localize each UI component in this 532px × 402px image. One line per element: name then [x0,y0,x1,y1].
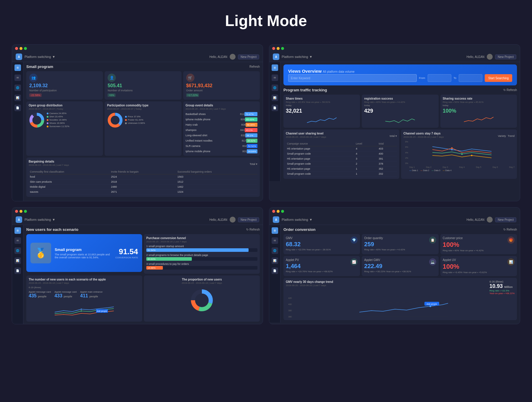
platform-label-3: Platform switching [25,218,51,221]
new-project-btn-3[interactable]: New Project [238,217,259,222]
tl-green-3 [24,210,27,213]
funnel-fill-2: 14.68% [146,266,163,270]
hero-rate: 91.54 CONVERSION RATE [115,247,138,259]
new-project-btn-1[interactable]: New Project [238,54,259,59]
tl-green-4 [281,210,284,213]
gmv-trend-info: GMV nearly 30 days change trend 2019-06-… [286,280,333,288]
cell: 202 [377,171,397,176]
tracking-reg: registration success Ring rate • 40% Yea… [362,95,438,128]
sidebar-home-icon-2[interactable]: ⊞ [272,64,278,71]
sidebar-mail-icon-2[interactable]: ✉ [272,74,278,81]
trend-btn[interactable]: Trend [508,134,515,137]
sparkline-rate [443,115,515,124]
vo-from-input[interactable] [428,74,451,82]
funnel-step-2: 3 small procedures to pay for orders 14.… [146,262,257,270]
stat-badge-order: +17.22% [186,93,199,97]
sidebar-doc-icon-2[interactable]: 📄 [272,105,278,111]
funnel-step-0: 1 small program startup amount 91.54% [146,245,257,252]
order-gmv: 💎 GMV 68.32 Ring rate • +22.5% Year-on-y… [283,234,360,254]
platform-switcher-3[interactable]: Platform switching ▼ [25,218,55,221]
qty-ring: Ring rate • 40% Year-on-year • +4.42% [364,248,436,251]
sidebar-doc-icon-3[interactable]: 📄 [14,268,21,274]
refresh-btn-4[interactable]: ↻ Refresh [503,228,517,231]
vo-to-input[interactable] [459,74,482,82]
new-project-btn-4[interactable]: New Project [495,217,516,222]
sidebar-home-icon-3[interactable]: ⊞ [14,227,21,234]
section-header-4: Order conversion ↻ Refresh [283,227,517,232]
uv-ring: Ring rate • +3.45% Year-on-year • +5.62% [443,271,515,274]
sidebar-chart-icon-2[interactable]: 📊 [272,95,278,101]
cell: 2 [355,161,378,166]
apple-subtitle: 2019-06-15 - 2019-06-16 | Last 7 days [29,282,140,284]
sidebar-doc-icon-4[interactable]: 📄 [272,268,278,274]
sidebar-doc-icon[interactable]: 📄 [14,105,21,111]
svg-point-14 [451,147,453,149]
gmv-trend-value: 10.93 Million [489,283,515,289]
bargaining-card: Bargaining details 2019-06-13 - 2019-06-… [26,158,260,197]
traffic-lights-3 [12,208,263,215]
bargaining-title: Bargaining details [29,160,69,163]
dash-body-1: ⊞ ✉ 🌐 📊 📄 Small program Refresh 👥 2,109.… [12,62,263,201]
variety-btn[interactable]: Variety [498,134,506,137]
topbar-right-3: Hello, ALEAN New Project [210,217,259,223]
logo-icon-4: A [273,216,279,223]
sidebar-globe-icon-4[interactable]: 🌐 [272,247,278,254]
funnel-title: Purchase conversion funnel [146,236,257,240]
sidebar-globe-icon-3[interactable]: 🌐 [14,247,21,254]
bargaining-table: Commodity first classification Invite fr… [29,169,257,194]
platform-switcher-4[interactable]: Platform switching ▼ [282,218,312,221]
chart-title-part: Participation commodity type [107,104,179,107]
pv-title: Applet PV [286,258,358,262]
tl-green-1 [24,47,27,50]
prop-donut-svg [190,288,214,312]
avatar-1 [230,54,236,60]
channel-total-btn[interactable]: total ▾ [390,134,397,137]
stat-label-invitations: Number of invitations [108,89,178,92]
vo-keyword-input[interactable] [288,74,417,82]
sidebar-globe-icon[interactable]: 🌐 [14,85,21,91]
sidebar-chart-icon-3[interactable]: 📊 [14,257,21,264]
gmv-value: 68.32 [286,241,358,248]
tl-yellow-2 [277,47,280,50]
tl-red-1 [15,47,18,50]
cell-2-1: 2480 [110,184,176,189]
event-row-3: shampoo841 43.1% [186,128,257,132]
sidebar-home-icon-4[interactable]: ⊞ [272,227,278,234]
platform-switcher-2[interactable]: Platform switching ▼ [282,55,312,59]
chart-participation-type: Participation commodity type 2019-06-07 … [105,101,181,156]
agmv-icon: 💻 [429,258,436,265]
stat-badge-invitations: +6% [108,93,115,97]
cell-3-1: 2671 [110,189,176,194]
sidebar-home-icon[interactable]: ⊞ [14,64,21,71]
refresh-btn-1[interactable]: Refresh [249,65,260,68]
table-row: H5 orientation page4403 [286,146,397,151]
svg-point-15 [461,153,463,155]
donut-legend-1: Camera 24.95% Shirt 23.45% Noodles 19.96… [47,112,69,128]
sparkline-share [286,115,358,124]
traffic-refresh[interactable]: ↻ Refresh [503,88,517,92]
channel-sharing-subtitle: 2019-06-15 - 2019-06-16 | Last 7 days [286,136,326,138]
hello-text-1: Hello, ALEAN [210,55,228,59]
sidebar-globe-icon-2[interactable]: 🌐 [272,85,278,91]
order-qty: 📋 Order quantity 259 Ring rate • 40% Yea… [362,234,438,254]
tracking-rate-value: 100% [443,108,515,114]
new-project-btn-2[interactable]: New Project [495,54,516,59]
cell-1-2: 1512 [176,179,257,184]
tracking-share-title: Share times [286,97,358,100]
bargaining-total[interactable]: Total ▾ [249,163,257,166]
vo-search-button[interactable]: Start Searching [485,74,512,82]
hero-desc: The small program starts at 10,663 peopl… [55,253,112,259]
channel-grid: Channel user sharing level 2019-06-15 - … [283,129,517,179]
sidebar-mail-icon-3[interactable]: ✉ [14,237,21,244]
donut-svg-1 [29,112,45,128]
sidebar-mail-icon-4[interactable]: ✉ [272,237,278,244]
platform-switcher-1[interactable]: Platform switching ▼ [25,55,55,59]
sidebar-mail-icon[interactable]: ✉ [14,74,21,81]
refresh-btn-3[interactable]: ↻ Refresh [246,228,260,231]
sidebar-chart-icon-4[interactable]: 📊 [272,257,278,264]
topbar-left-1: A Platform switching ▼ [16,54,55,60]
event-row-4: Long-sleeved shirt832 38.1% [186,133,257,137]
sidebar-chart-icon[interactable]: 📊 [14,95,21,101]
stat-value-invitations: 505.41 [108,83,178,88]
topbar-left-2: A Platform switching ▼ [273,54,312,60]
